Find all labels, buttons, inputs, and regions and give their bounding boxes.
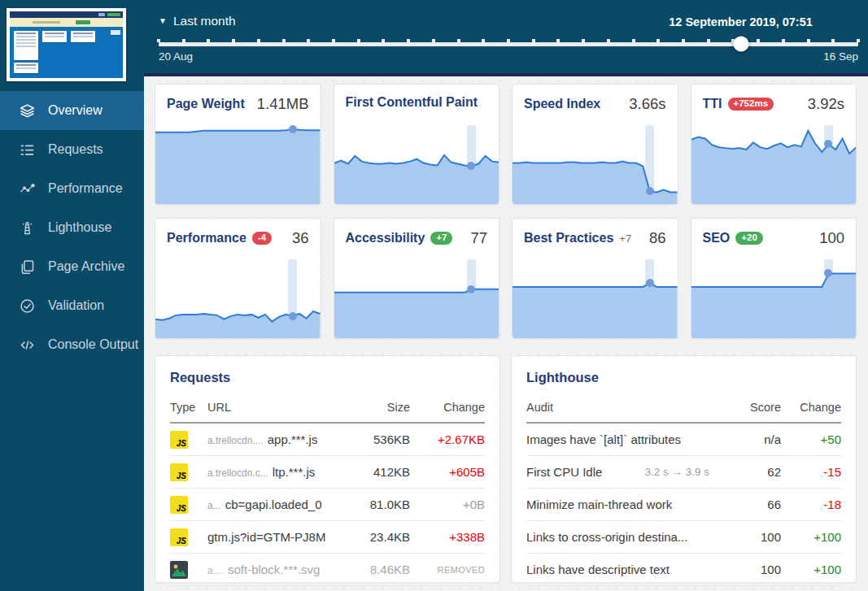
lighthouse-audit-row[interactable]: Minimize main-thread work66-18 <box>526 489 841 521</box>
topbar-divider <box>144 73 868 76</box>
request-size: 23.4KB <box>347 530 410 544</box>
audit-name: Links have descriptive text <box>526 563 732 576</box>
requests-table-body: JSa.trellocdn....app.***.js536KB+2.67KBJ… <box>170 424 485 586</box>
timeline-tick <box>707 39 710 42</box>
request-change: REMOVED <box>410 565 485 575</box>
metric-card-accessibility[interactable]: Accessibility+777 <box>334 218 500 339</box>
sidebar-item-overview[interactable]: Overview <box>0 91 144 130</box>
request-url: a.trellocdn....app.***.js <box>207 432 347 446</box>
js-file-icon: JS <box>170 431 188 449</box>
card-value: 3.66s <box>629 95 665 113</box>
metric-card-tti[interactable]: TTI+752ms3.92s <box>691 84 857 205</box>
timeline-tick <box>457 39 460 42</box>
current-date-label: 12 September 2019, 07:51 <box>669 15 813 28</box>
request-row[interactable]: a....soft-block.***.svg8.46KBREMOVED <box>170 554 485 586</box>
timeline-tick <box>207 39 210 42</box>
metric-card-page-weight[interactable]: Page Weight1.41MB <box>155 84 321 205</box>
request-size: 8.46KB <box>347 563 410 576</box>
metric-card-seo[interactable]: SEO+20100 <box>691 218 857 339</box>
card-header: Best Practices+786 <box>513 219 678 247</box>
panel-title: Lighthouse <box>526 370 841 385</box>
sidebar-item-lighthouse[interactable]: Lighthouse <box>0 208 144 247</box>
audit-detail: 3.2 s → 3.9 s <box>644 466 709 478</box>
date-range-dropdown[interactable]: ▼ Last month <box>159 14 236 28</box>
layers-icon <box>18 102 36 120</box>
request-url: gtm.js?id=GTM-PJ8M <box>207 530 347 544</box>
request-url-name: app.***.js <box>268 432 318 446</box>
request-row[interactable]: JSgtm.js?id=GTM-PJ8M23.4KB+338B <box>170 521 485 554</box>
timeline-tick <box>582 39 585 42</box>
audit-label: Images have `[alt]` attributes <box>526 432 681 446</box>
column-header-type: Type <box>170 401 207 414</box>
sidebar-item-label: Lighthouse <box>48 220 111 235</box>
lighthouse-table-body: Images have `[alt]` attributesn/a+50Firs… <box>526 424 841 586</box>
sidebar-item-label: Validation <box>48 298 104 313</box>
audit-score: 62 <box>732 465 781 479</box>
card-value: 77 <box>470 229 487 247</box>
card-title: Speed Index <box>524 97 600 111</box>
metric-card-best-practices[interactable]: Best Practices+786 <box>512 218 678 339</box>
change-note: +7 <box>619 232 631 245</box>
lighthouse-audit-row[interactable]: Links to cross-origin destina...100+100 <box>526 521 841 554</box>
lighthouse-table-header: AuditScoreChange <box>526 398 841 424</box>
audit-score: 66 <box>732 498 781 511</box>
change-badge: +20 <box>735 232 763 246</box>
sidebar-item-requests[interactable]: Requests <box>0 130 144 169</box>
audit-change: -15 <box>781 465 841 479</box>
timeline-tick <box>257 39 260 42</box>
audit-name: First CPU Idle3.2 s → 3.9 s <box>526 465 732 479</box>
request-row[interactable]: JSa.trellocdn....app.***.js536KB+2.67KB <box>170 424 485 456</box>
metric-card-performance[interactable]: Performance-436 <box>155 218 321 339</box>
timeline: 12 September 2019, 07:51 <box>159 42 858 47</box>
request-url: a...cb=gapi.loaded_0 <box>207 498 347 511</box>
timeline-tick <box>182 39 185 42</box>
timeline-slider-handle[interactable] <box>733 37 748 52</box>
timeline-track[interactable] <box>159 42 858 46</box>
sidebar-item-page-archive[interactable]: Page Archive <box>0 247 144 286</box>
marker-dot <box>289 312 297 320</box>
metric-card-speed-index[interactable]: Speed Index3.66s <box>512 84 678 205</box>
timeline-start-label: 20 Aug <box>159 50 193 63</box>
column-header-change: Change <box>781 401 841 414</box>
sidebar-item-performance[interactable]: Performance <box>0 169 144 208</box>
timeline-tick <box>607 39 610 42</box>
timeline-tick <box>682 39 685 42</box>
metric-card-first-contentful-paint[interactable]: First Contentful Paint <box>334 84 500 205</box>
lighthouse-audit-row[interactable]: First CPU Idle3.2 s → 3.9 s62-15 <box>526 456 841 489</box>
timeline-tick <box>656 39 660 42</box>
card-title: SEO <box>703 231 731 246</box>
sidebar-nav: OverviewRequestsPerformanceLighthousePag… <box>0 91 144 364</box>
lighthouse-audit-row[interactable]: Images have `[alt]` attributesn/a+50 <box>526 424 841 456</box>
request-size: 81.0KB <box>347 498 410 511</box>
request-change: +2.67KB <box>410 432 485 446</box>
date-range-label: Last month <box>173 14 236 28</box>
sidebar-item-label: Console Output <box>48 337 138 352</box>
audit-name: Images have `[alt]` attributes <box>526 432 732 446</box>
sidebar-item-console-output[interactable]: Console Output <box>0 325 144 364</box>
js-file-icon: JS <box>170 463 188 481</box>
request-url-prefix: a.... <box>207 565 224 576</box>
timeline-tick <box>782 39 785 42</box>
page-thumbnail[interactable] <box>7 8 126 81</box>
audit-score: n/a <box>732 432 781 446</box>
audit-label: First CPU Idle <box>526 465 602 479</box>
sparkline-chart <box>513 259 678 338</box>
audit-change: +100 <box>781 530 841 544</box>
lighthouse-audit-row[interactable]: Links have descriptive text100+100 <box>526 554 841 586</box>
request-url-prefix: a... <box>207 500 221 511</box>
request-row[interactable]: JSa.trellocdn.c...ltp.***.js412KB+605B <box>170 456 485 489</box>
sidebar-item-validation[interactable]: Validation <box>0 286 144 325</box>
check-circle-icon <box>18 297 36 315</box>
card-value: 86 <box>649 229 666 247</box>
scatter-chart-icon <box>18 180 36 198</box>
timeline-tick <box>807 39 810 42</box>
timeline-end-label: 16 Sep <box>823 50 858 63</box>
sparkline-chart <box>155 259 321 338</box>
sidebar-item-label: Performance <box>48 181 123 196</box>
request-change: +338B <box>410 530 485 544</box>
request-row[interactable]: JSa...cb=gapi.loaded_081.0KB+0B <box>170 489 485 521</box>
timeline-tick <box>157 39 160 42</box>
timeline-tick <box>556 39 560 42</box>
request-url-name: soft-block.***.svg <box>228 563 320 576</box>
file-type-cell: JS <box>170 431 207 449</box>
